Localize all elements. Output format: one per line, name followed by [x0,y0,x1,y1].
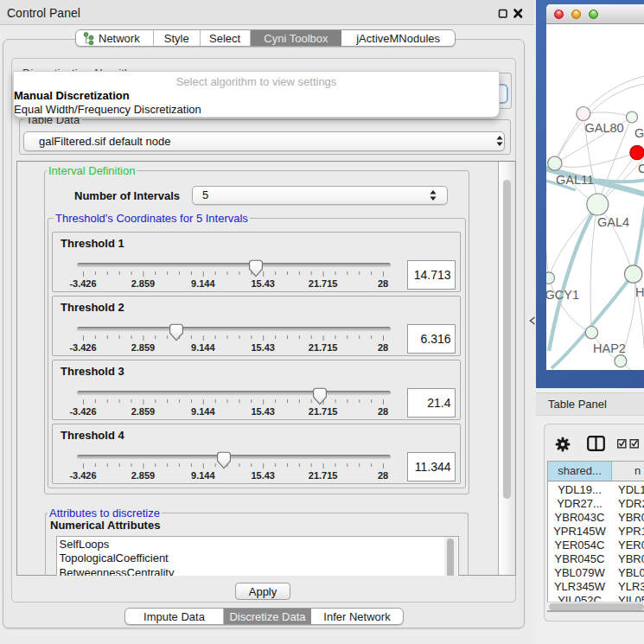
svg-text:GAL11: GAL11 [556,173,594,187]
svg-text:GA: GA [634,126,644,140]
svg-text:C: C [638,162,644,175]
svg-text:GCY1: GCY1 [546,288,579,302]
svg-text:GAL80: GAL80 [585,121,624,135]
svg-text:H: H [635,285,644,299]
svg-text:HAP2: HAP2 [593,341,626,355]
svg-text:GAL4: GAL4 [597,215,629,229]
